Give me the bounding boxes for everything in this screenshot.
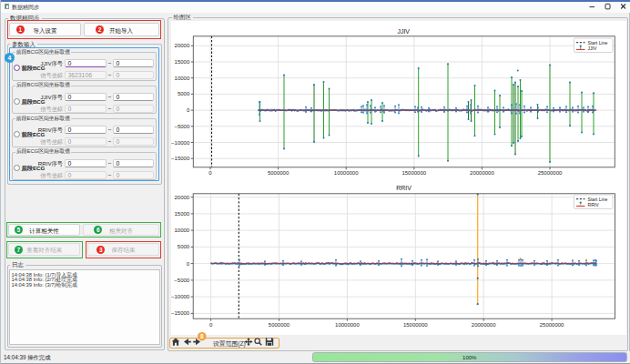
svg-text:20000000: 20000000 xyxy=(472,322,496,328)
svg-text:5000: 5000 xyxy=(178,244,190,249)
svg-text:10000: 10000 xyxy=(175,228,190,233)
svg-text:−15000: −15000 xyxy=(171,310,190,316)
svg-text:20000: 20000 xyxy=(175,195,190,200)
svg-text:5000000: 5000000 xyxy=(269,322,290,328)
svg-text:−5000: −5000 xyxy=(174,278,190,283)
svg-text:15000: 15000 xyxy=(175,211,190,217)
svg-text:10000000: 10000000 xyxy=(334,170,359,176)
svg-text:RRIV: RRIV xyxy=(588,202,600,207)
svg-text:20000000: 20000000 xyxy=(470,170,494,176)
svg-text:20000: 20000 xyxy=(175,43,190,48)
svg-text:Start Line: Start Line xyxy=(588,40,608,46)
svg-text:25000000: 25000000 xyxy=(538,170,563,176)
svg-text:10000: 10000 xyxy=(175,76,190,81)
svg-text:15000: 15000 xyxy=(175,59,190,65)
svg-text:RRIV: RRIV xyxy=(396,185,412,191)
svg-text:−10000: −10000 xyxy=(171,294,190,299)
svg-text:−15000: −15000 xyxy=(171,156,190,161)
svg-text:JJIV: JJIV xyxy=(588,46,598,51)
svg-text:10000000: 10000000 xyxy=(335,322,360,328)
svg-text:25000000: 25000000 xyxy=(540,322,564,328)
svg-text:15000000: 15000000 xyxy=(401,170,426,176)
svg-text:−10000: −10000 xyxy=(171,140,190,146)
svg-text:JJIV: JJIV xyxy=(397,28,410,35)
svg-text:5000: 5000 xyxy=(178,91,190,96)
svg-text:Start Line: Start Line xyxy=(588,197,608,202)
svg-text:−5000: −5000 xyxy=(174,124,190,129)
svg-text:5000000: 5000000 xyxy=(268,170,290,176)
svg-text:8: 8 xyxy=(200,333,204,339)
svg-text:15000000: 15000000 xyxy=(403,322,428,328)
